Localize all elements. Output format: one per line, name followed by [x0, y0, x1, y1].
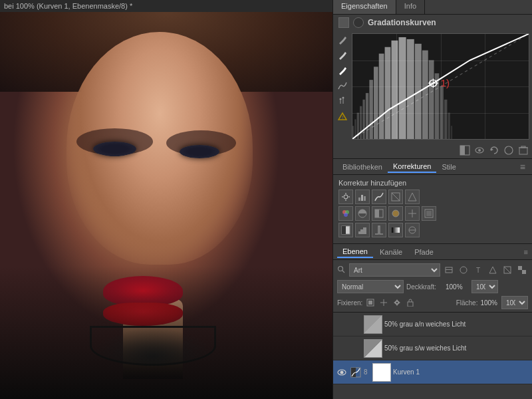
tool-eyedropper2[interactable]	[336, 49, 349, 62]
ebenen-panel-menu[interactable]: ≡	[524, 248, 528, 256]
svg-rect-9	[360, 106, 362, 139]
curves-title: Gradationskurven	[368, 18, 436, 27]
svg-rect-14	[379, 54, 384, 139]
tab-korrekturen[interactable]: Korrekturen	[388, 161, 436, 173]
fix-icon-move[interactable]	[392, 297, 402, 308]
tab-eigenschaften[interactable]: Eigenschaften	[333, 0, 396, 14]
svg-rect-21	[429, 61, 434, 140]
layer-filter-row: Art T	[337, 263, 528, 277]
ebenen-tabs: Ebenen Kanäle Pfade ≡	[333, 244, 532, 260]
layer-icon-3[interactable]	[501, 264, 513, 276]
layer-item[interactable]: 50% grau s/w weiches Licht	[333, 336, 532, 360]
panel-collapse-btn[interactable]: ≡	[517, 162, 528, 172]
flache-select[interactable]: 100%	[501, 296, 528, 309]
svg-rect-77	[368, 301, 372, 305]
korr-icon-brightness[interactable]	[338, 190, 353, 204]
svg-text:1): 1)	[441, 78, 450, 88]
svg-point-53	[344, 213, 348, 217]
korr-icon-vibrance[interactable]	[405, 190, 420, 204]
layer-icon-2[interactable]	[458, 264, 469, 276]
korr-icon-threshold[interactable]	[372, 223, 386, 237]
fix-icon-position[interactable]	[378, 297, 389, 308]
svg-rect-48	[364, 196, 366, 201]
curves-icon-clip[interactable]	[503, 144, 515, 156]
svg-marker-36	[491, 148, 493, 151]
layer-thumb-mask	[372, 363, 391, 382]
opacity-select[interactable]: 100%	[471, 280, 498, 293]
opacity-value: 100%	[446, 283, 469, 291]
mid-tabs: Bibliotheken Korrekturen Stile ≡	[333, 159, 532, 175]
layer-icon-4[interactable]	[516, 264, 528, 276]
layer-icon-shape[interactable]	[487, 264, 499, 276]
canvas-title-bar: bei 100% (Kurven 1, Ebenenmaske/8) *	[0, 0, 332, 12]
curves-icon-eye[interactable]	[473, 144, 485, 156]
curves-icon-mask[interactable]	[459, 144, 471, 156]
svg-point-0	[340, 98, 342, 100]
fix-icon-lock[interactable]	[405, 297, 416, 308]
search-icon	[337, 265, 346, 275]
dark-bg	[0, 266, 332, 399]
tab-info[interactable]: Info	[396, 0, 425, 14]
tool-curve[interactable]	[336, 79, 349, 92]
tool-eyedropper1[interactable]	[336, 33, 349, 47]
blend-opacity-row: Normal Deckkraft: 100% 100%	[337, 279, 528, 294]
svg-rect-47	[361, 195, 363, 201]
layer-item-selected[interactable]: 8 Kurven 1	[333, 360, 532, 384]
curves-icon-delete[interactable]	[517, 144, 529, 156]
fix-icon-pixel[interactable]	[365, 297, 376, 308]
korr-icon-colorlookup[interactable]	[422, 206, 436, 221]
svg-rect-18	[407, 39, 414, 139]
svg-point-56	[392, 210, 399, 217]
korr-icon-levels[interactable]	[355, 190, 370, 204]
korr-icon-gradient[interactable]	[388, 223, 403, 237]
tool-hand[interactable]	[336, 94, 349, 108]
layer-number: 8	[364, 368, 370, 376]
korr-icon-bw[interactable]	[372, 206, 386, 221]
layer-icon-1[interactable]	[443, 264, 455, 276]
korr-icon-photofilter[interactable]	[388, 206, 403, 221]
korr-icon-posterize[interactable]	[355, 223, 370, 237]
svg-rect-63	[392, 227, 400, 233]
svg-rect-11	[366, 93, 368, 139]
layer-thumb	[364, 339, 382, 358]
korr-icon-invert[interactable]	[338, 223, 353, 237]
tab-stile[interactable]: Stile	[436, 162, 461, 172]
layer-filter-select[interactable]: Art	[349, 263, 440, 277]
visibility-icon[interactable]	[336, 342, 348, 354]
tab-pfade[interactable]: Pfade	[409, 247, 439, 257]
fixieren-label: Fixieren:	[337, 299, 362, 307]
svg-rect-15	[385, 47, 391, 139]
tab-kanaele[interactable]: Kanäle	[374, 247, 408, 257]
tab-ebenen[interactable]: Ebenen	[337, 246, 373, 258]
curves-graph[interactable]: 1)	[352, 33, 529, 140]
korr-icons-row1	[338, 190, 527, 204]
visibility-icon[interactable]	[336, 319, 348, 331]
eye-right	[180, 145, 219, 158]
blend-mode-select[interactable]: Normal	[337, 280, 404, 293]
svg-rect-74	[518, 266, 522, 270]
svg-rect-75	[522, 270, 526, 274]
svg-rect-40	[521, 146, 525, 148]
svg-marker-82	[394, 301, 396, 305]
korr-icon-channelmixer[interactable]	[405, 206, 420, 221]
layer-item[interactable]: 50% grau a/n weiches Licht	[333, 313, 532, 336]
curves-bottom-icons	[333, 142, 532, 158]
svg-marker-71	[489, 267, 496, 273]
korr-icon-selectivecolor[interactable]	[405, 223, 420, 237]
korr-icon-colorbalance[interactable]	[355, 206, 370, 221]
svg-point-35	[478, 149, 481, 152]
korr-icon-curves[interactable]	[372, 190, 386, 204]
layer-icon-t[interactable]: T	[472, 264, 484, 276]
korr-icons-row2	[338, 206, 527, 221]
tool-warning[interactable]: !	[336, 110, 349, 123]
korr-icon-exposure[interactable]	[388, 190, 403, 204]
opacity-label: Deckkraft:	[406, 283, 443, 291]
visibility-icon-active[interactable]	[336, 366, 348, 378]
layer-name: 50% grau s/w weiches Licht	[384, 344, 529, 352]
curves-icon-reset[interactable]	[488, 144, 500, 156]
tab-bibliotheken[interactable]: Bibliotheken	[337, 162, 388, 172]
tool-eyedropper3[interactable]	[336, 64, 349, 77]
layer-thumb	[364, 315, 382, 334]
svg-text:!: !	[342, 115, 344, 120]
korr-icon-hsl[interactable]	[338, 206, 353, 221]
